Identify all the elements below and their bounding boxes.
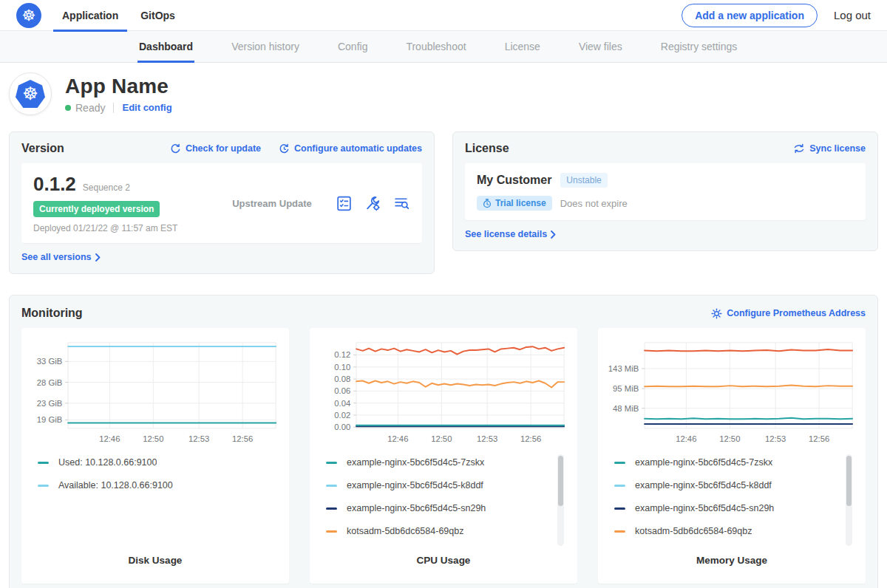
version-card: Version Check for update Configure autom… xyxy=(9,131,435,274)
legend-scrollbar[interactable] xyxy=(557,454,564,546)
svg-text:19 GiB: 19 GiB xyxy=(37,415,63,424)
license-type-badge: Trial license xyxy=(477,196,552,211)
deploy-logs-icon[interactable] xyxy=(393,195,410,212)
check-for-update-link[interactable]: Check for update xyxy=(170,143,261,154)
sync-license-link[interactable]: Sync license xyxy=(793,143,866,154)
legend-color-dash xyxy=(326,507,337,510)
kubernetes-logo-icon[interactable]: ☸ xyxy=(16,3,41,28)
version-source-label: Upstream Update xyxy=(214,198,330,209)
chevron-right-icon xyxy=(551,230,556,239)
refresh-icon xyxy=(170,143,181,154)
edit-config-link[interactable]: Edit config xyxy=(122,102,171,113)
license-expiry: Does not expire xyxy=(560,198,628,209)
monitoring-card: Monitoring Configure Prometheus Address … xyxy=(9,295,878,588)
gear-icon xyxy=(711,308,722,319)
tab-license[interactable]: License xyxy=(503,31,542,62)
legend-label: example-nginx-5bc6f5d4c5-7zskx xyxy=(635,457,772,468)
legend-item: Available: 10.128.0.66:9100 xyxy=(38,480,277,490)
legend-scrollbar-thumb[interactable] xyxy=(846,456,852,506)
tab-troubleshoot[interactable]: Troubleshoot xyxy=(404,31,467,62)
legend-color-dash xyxy=(326,462,337,464)
svg-text:12:56: 12:56 xyxy=(232,434,253,443)
svg-text:12:50: 12:50 xyxy=(143,434,163,443)
app-header: ☸ App Name Ready Edit config xyxy=(0,63,887,126)
svg-text:12:53: 12:53 xyxy=(765,434,786,443)
svg-text:12:53: 12:53 xyxy=(188,434,209,443)
config-wrench-icon[interactable] xyxy=(364,195,381,212)
top-nav-tab-gitops[interactable]: GitOps xyxy=(132,0,184,31)
kubernetes-app-icon: ☸ xyxy=(16,80,45,108)
chart-title: Disk Usage xyxy=(30,550,280,576)
chart-title: CPU Usage xyxy=(319,550,568,576)
app-sub-nav: DashboardVersion historyConfigTroublesho… xyxy=(0,31,887,63)
deployed-badge: Currently deployed version xyxy=(33,201,160,217)
svg-text:12:46: 12:46 xyxy=(99,434,120,443)
legend-color-dash xyxy=(614,507,625,510)
chart-title: Memory Usage xyxy=(607,550,857,576)
logout-button[interactable]: Log out xyxy=(834,9,871,21)
chart-plot-memory-usage: 12:4612:5012:5312:56143 MiB95 MiB48 MiB xyxy=(607,337,857,447)
channel-badge: Unstable xyxy=(560,173,607,188)
top-nav-tab-application[interactable]: Application xyxy=(53,0,127,31)
legend-label: example-nginx-5bc6f5d4c5-sn29h xyxy=(635,503,774,513)
chart-legend: example-nginx-5bc6f5d4c5-7zskxexample-ng… xyxy=(614,457,854,549)
legend-label: kotsadm-5db6dc6584-69qbz xyxy=(635,526,752,536)
status-dot xyxy=(65,105,71,111)
license-panel: My Customer Unstable Trial license Does … xyxy=(465,163,866,220)
version-number: 0.1.2 xyxy=(33,173,76,196)
current-version-panel: 0.1.2 Sequence 2 Currently deployed vers… xyxy=(21,163,422,243)
sub-nav-tabs: DashboardVersion historyConfigTroublesho… xyxy=(137,31,774,62)
tab-dashboard[interactable]: Dashboard xyxy=(137,31,194,62)
chevron-right-icon xyxy=(95,253,101,261)
chart-plot-cpu-usage: 12:4612:5012:5312:560.120.100.080.060.04… xyxy=(319,337,568,447)
legend-item: example-nginx-5bc6f5d4c5-sn29h xyxy=(326,503,546,513)
svg-text:48 MiB: 48 MiB xyxy=(613,404,639,413)
configure-automatic-updates-link[interactable]: Configure automatic updates xyxy=(279,143,422,154)
legend-label: example-nginx-5bc6f5d4c5-sn29h xyxy=(347,503,486,513)
svg-text:12:50: 12:50 xyxy=(431,434,452,443)
legend-color-dash xyxy=(38,462,49,464)
legend-item: kotsadm-5db6dc6584-69qbz xyxy=(614,526,835,536)
tab-version-history[interactable]: Version history xyxy=(230,31,301,62)
see-all-versions-link[interactable]: See all versions xyxy=(21,252,101,262)
tab-registry-settings[interactable]: Registry settings xyxy=(659,31,738,62)
legend-item: example-nginx-5bc6f5d4c5-7zskx xyxy=(326,457,546,468)
version-card-title: Version xyxy=(21,142,64,155)
legend-label: example-nginx-5bc6f5d4c5-7zskx xyxy=(347,457,484,468)
legend-color-dash xyxy=(614,530,625,533)
chart-card-disk-usage: 12:4612:5012:5312:5633 GiB28 GiB23 GiB19… xyxy=(21,328,289,584)
configure-prometheus-link[interactable]: Configure Prometheus Address xyxy=(711,308,866,319)
svg-text:0.08: 0.08 xyxy=(334,375,350,383)
legend-color-dash xyxy=(38,485,49,487)
svg-text:0.06: 0.06 xyxy=(334,386,350,395)
svg-text:12:56: 12:56 xyxy=(809,434,829,443)
chart-legend: Used: 10.128.0.66:9100Available: 10.128.… xyxy=(38,457,277,503)
chart-plot-disk-usage: 12:4612:5012:5312:5633 GiB28 GiB23 GiB19… xyxy=(30,337,280,447)
preflight-checks-icon[interactable] xyxy=(336,195,353,212)
chart-card-memory-usage: 12:4612:5012:5312:56143 MiB95 MiB48 MiBe… xyxy=(598,328,866,584)
stopwatch-icon xyxy=(483,199,492,208)
legend-scrollbar-thumb[interactable] xyxy=(558,456,563,506)
chart-card-cpu-usage: 12:4612:5012:5312:560.120.100.080.060.04… xyxy=(310,328,577,584)
svg-text:0.00: 0.00 xyxy=(334,423,350,431)
svg-text:12:46: 12:46 xyxy=(676,434,696,443)
add-application-button[interactable]: Add a new application xyxy=(682,4,818,27)
tab-config[interactable]: Config xyxy=(336,31,369,62)
svg-text:143 MiB: 143 MiB xyxy=(608,364,639,373)
svg-text:12:56: 12:56 xyxy=(520,434,541,443)
svg-text:0.02: 0.02 xyxy=(334,411,350,420)
svg-text:0.10: 0.10 xyxy=(334,363,350,372)
page-title: App Name xyxy=(65,75,172,98)
legend-item: kotsadm-5db6dc6584-69qbz xyxy=(326,526,546,536)
sequence-label: Sequence 2 xyxy=(83,182,130,193)
divider xyxy=(113,103,114,113)
see-license-details-link[interactable]: See license details xyxy=(465,229,556,239)
sync-arrows-icon xyxy=(793,143,805,154)
status-text: Ready xyxy=(75,102,105,114)
monitoring-title: Monitoring xyxy=(21,307,83,320)
legend-label: Used: 10.128.0.66:9100 xyxy=(58,457,157,468)
legend-item: example-nginx-5bc6f5d4c5-7zskx xyxy=(614,457,835,468)
legend-scrollbar[interactable] xyxy=(846,454,852,546)
legend-color-dash xyxy=(614,462,625,464)
tab-view-files[interactable]: View files xyxy=(577,31,624,62)
